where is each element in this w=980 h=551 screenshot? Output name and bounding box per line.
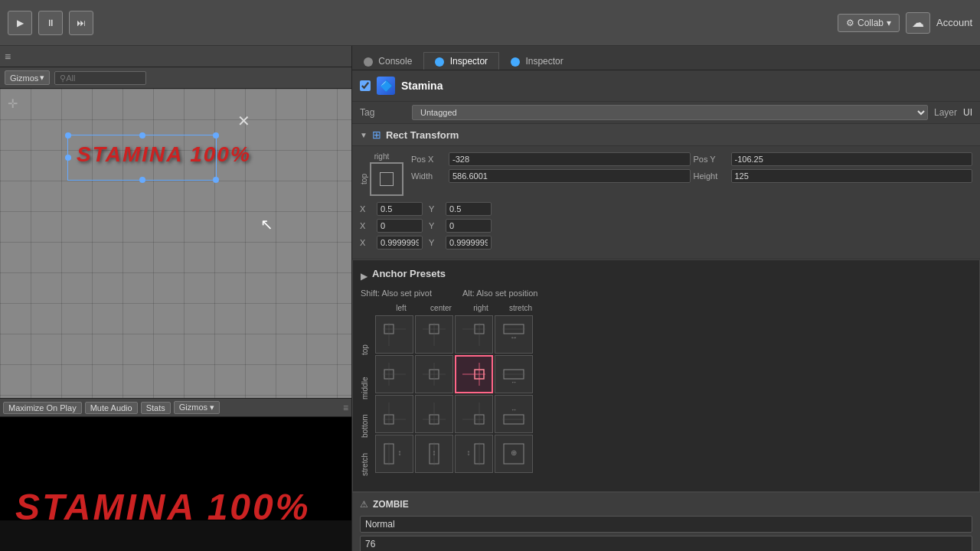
tag-label: Tag [360,107,406,118]
zombie-title: ZOMBIE [373,499,409,510]
tab-inspector-1[interactable]: Inspector [423,52,499,70]
tag-dropdown[interactable]: Untagged [412,105,928,120]
pos-x-label: Pos X [411,155,446,164]
preset-cell-top-stretch[interactable]: ↔ [495,315,533,354]
height-input[interactable] [731,169,973,183]
zombie-value1-input[interactable] [360,536,972,551]
zombie-section: ⚠ ZOMBIE [352,492,980,551]
mute-audio-button[interactable]: Mute Audio [85,402,138,414]
pos2-row: X Y [360,219,972,233]
anchor-presets-arrow: ▶ Anchor Presets [361,268,972,284]
collab-button[interactable]: ⚙ Collab ▾ [838,14,900,32]
preset-icon-str-right: ↕ [462,442,485,465]
scale-x-label: X [360,238,371,247]
scale-y-input[interactable] [446,236,492,249]
pos2-y-input[interactable] [446,219,492,233]
scale-x-input[interactable] [377,236,423,249]
preset-icon-str-center: ↕ [423,442,446,465]
step-button[interactable]: ⏭ [69,11,93,35]
stats-button[interactable]: Stats [141,402,171,414]
row-label-middle: middle [361,369,369,407]
preset-icon-bot-right [462,403,485,425]
alt-hint: Alt: Also set position [462,289,537,298]
collab-icon: ⚙ [846,18,854,28]
preset-cell-top-right[interactable] [455,315,493,354]
preset-cell-bot-left[interactable] [375,395,413,433]
anchor-presets-panel: ▶ Anchor Presets Shift: Also set pivot A… [352,259,980,492]
preset-row-2: ↔ [375,395,533,433]
inspector2-icon [511,57,520,67]
cursor-icon: ↖ [260,215,273,233]
anchor-visual-box[interactable] [370,162,403,196]
preset-icon-top-right [462,323,485,346]
scene-view[interactable]: ✕ STAMINA 100% ↖ ✛ [0,89,351,398]
preset-cell-mid-right[interactable] [455,355,493,393]
preset-icon-top-stretch: ↔ [502,323,525,346]
preset-icon-str-stretch: ⊕ [502,442,525,465]
top-toolbar: ▶ ⏸ ⏭ ⚙ Collab ▾ ☁ Account [0,0,980,46]
gizmos-game-button[interactable]: Gizmos ▾ [174,401,220,414]
row-label-top: top [361,331,369,369]
pos-x-input[interactable] [449,152,691,166]
pos-y-input[interactable] [731,152,973,166]
layer-label: Layer [934,107,957,118]
preset-cell-bot-center[interactable] [415,395,453,433]
preset-cell-str-right[interactable]: ↕ [455,435,493,473]
gizmos-game-dropdown-icon: ▾ [210,403,214,412]
col-header-left: left [382,304,420,312]
preset-cell-mid-stretch[interactable]: ↔ [495,355,533,393]
layer-value: UI [963,107,972,118]
rect-transform-header[interactable]: ▼ ⊞ Rect Transform [352,124,980,146]
pos2-x-input[interactable] [377,219,423,233]
anchor-top-label: top [360,174,368,184]
svg-text:⊕: ⊕ [511,448,517,457]
zombie-normal-input[interactable] [360,516,972,533]
preset-cell-str-left[interactable]: ↕ [375,435,413,473]
anchor-hints: Shift: Also set pivot Alt: Also set posi… [361,289,972,298]
tab-inspector-2[interactable]: Inspector [499,52,575,70]
pos-y-label: Pos Y [694,155,728,164]
preset-cell-mid-left[interactable] [375,355,413,393]
pause-button[interactable]: ⏸ [38,11,63,35]
preset-cell-mid-center[interactable] [415,355,453,393]
pivot-x-input[interactable] [377,202,423,216]
pivot-row: X Y [360,202,972,216]
gizmos-button[interactable]: Gizmos ▾ [5,70,50,85]
preset-row-0: ↔ [375,315,533,354]
maximize-on-play-button[interactable]: Maximize On Play [3,402,82,414]
preset-cell-bot-right[interactable] [455,395,493,433]
tab-console[interactable]: Console [352,52,423,70]
preset-icon-mid-center [423,363,446,386]
preset-cell-top-center[interactable] [415,315,453,354]
right-panel: Console Inspector Inspector 🔷 Stamina Ta… [352,46,980,551]
svg-text:↔: ↔ [510,333,518,341]
object-active-checkbox[interactable] [360,80,371,91]
preset-icon-mid-left [383,363,406,386]
rect-transform-body: right top Pos X [352,146,980,259]
console-icon [364,57,373,67]
preset-cell-bot-stretch[interactable]: ↔ [495,395,533,433]
panel-resize-icon: ≡ [343,403,348,413]
collab-dropdown-icon: ▾ [887,18,891,28]
move-tool-icon: ✛ [8,96,18,111]
game-toolbar: Maximize On Play Mute Audio Stats Gizmos… [0,399,351,417]
preset-icon-bot-left [383,403,406,425]
cloud-button[interactable]: ☁ [906,12,930,34]
pivot-y-input[interactable] [446,202,492,216]
transform-handle-icon: ✕ [237,112,250,130]
play-button[interactable]: ▶ [8,11,32,35]
inspector1-icon [435,57,444,67]
col-header-right: right [462,304,500,312]
tag-layer-row: Tag Untagged Layer UI [352,102,980,124]
search-input[interactable] [54,71,146,85]
preset-cell-top-left[interactable] [375,315,413,354]
scale-row: X Y [360,236,972,249]
preset-cell-str-stretch[interactable]: ⊕ [495,435,533,473]
col-header-center: center [422,304,460,312]
zombie-header: ⚠ ZOMBIE [360,499,972,510]
preset-cell-str-center[interactable]: ↕ [415,435,453,473]
width-input[interactable] [449,169,691,183]
account-label: Account [936,17,972,28]
rect-transform-title: Rect Transform [386,129,459,141]
svg-text:↕: ↕ [433,448,436,457]
